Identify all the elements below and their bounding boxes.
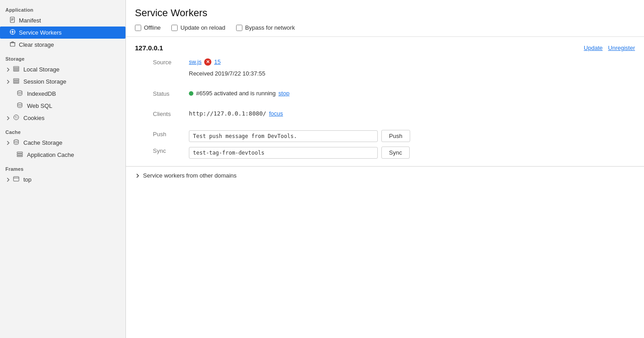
cookies-icon: [13, 114, 20, 122]
sidebar-item-manifest[interactable]: Manifest: [0, 14, 125, 27]
status-value: #6595 activated and is running stop: [189, 89, 635, 97]
sw-hostname: 127.0.0.1: [135, 44, 163, 52]
cookies-arrow: [5, 116, 11, 121]
clear-storage-label: Clear storage: [19, 41, 54, 48]
main-header: Service Workers Offline Update on reload…: [126, 0, 644, 37]
received-label: [153, 70, 189, 77]
bypass-for-network-checkbox[interactable]: [236, 25, 242, 31]
svg-rect-19: [13, 80, 19, 82]
svg-rect-15: [13, 67, 19, 68]
session-storage-label: Session Storage: [23, 78, 66, 85]
sidebar-item-session-storage[interactable]: Session Storage: [0, 76, 125, 88]
svg-rect-31: [17, 156, 22, 157]
sw-detail-grid: Source sw.js ✕ 15 Received 2019/7/22 10:…: [153, 58, 635, 159]
push-label: Push: [153, 130, 189, 142]
cache-storage-arrow: [5, 140, 11, 146]
other-domains-label: Service workers from other domains: [143, 172, 237, 179]
local-storage-icon: [13, 66, 20, 73]
sidebar-item-application-cache[interactable]: Application Cache: [0, 149, 125, 161]
sidebar-item-indexeddb[interactable]: IndexedDB: [0, 88, 125, 100]
sw-actions: Update Unregister: [584, 44, 635, 51]
unregister-link[interactable]: Unregister: [608, 44, 635, 51]
stop-link[interactable]: stop: [278, 90, 290, 97]
web-sql-icon: [16, 102, 23, 110]
cache-section-title: Cache: [0, 124, 125, 137]
clear-storage-icon: [9, 41, 16, 49]
svg-point-5: [12, 31, 13, 33]
sidebar-item-service-workers[interactable]: Service Workers: [0, 27, 125, 39]
received-value: Received 2019/7/22 10:37:55: [189, 70, 635, 77]
sync-label: Sync: [153, 147, 189, 159]
frames-section-title: Frames: [0, 161, 125, 173]
clients-url: http://127.0.0.1:8080/: [189, 110, 266, 117]
sidebar-item-cookies[interactable]: Cookies: [0, 112, 125, 124]
indexeddb-icon: [16, 90, 23, 98]
push-input[interactable]: [189, 130, 378, 142]
sidebar-item-clear-storage[interactable]: Clear storage: [0, 39, 125, 51]
other-domains-row[interactable]: Service workers from other domains: [126, 166, 644, 184]
error-badge: ✕: [204, 58, 211, 66]
offline-checkbox-label[interactable]: Offline: [135, 24, 161, 31]
offline-label: Offline: [144, 24, 161, 31]
indexeddb-label: IndexedDB: [27, 90, 56, 97]
svg-rect-18: [13, 79, 19, 80]
sw-hostname-row: 127.0.0.1 Update Unregister: [135, 44, 635, 52]
svg-point-25: [17, 116, 18, 117]
update-link[interactable]: Update: [584, 44, 603, 51]
sidebar-item-web-sql[interactable]: Web SQL: [0, 100, 125, 112]
sidebar-item-cache-storage[interactable]: Cache Storage: [0, 137, 125, 149]
svg-rect-30: [17, 154, 22, 155]
application-cache-label: Application Cache: [27, 151, 74, 158]
received-text: Received 2019/7/22 10:37:55: [189, 70, 265, 77]
manifest-label: Manifest: [19, 17, 41, 24]
bypass-for-network-checkbox-label[interactable]: Bypass for network: [236, 24, 295, 31]
page-title: Service Workers: [135, 7, 635, 19]
push-value: Push: [189, 130, 635, 142]
checkboxes-row: Offline Update on reload Bypass for netw…: [135, 24, 635, 31]
update-on-reload-checkbox[interactable]: [171, 25, 178, 31]
cache-storage-label: Cache Storage: [23, 139, 63, 146]
svg-point-23: [14, 115, 19, 120]
service-worker-entry: 127.0.0.1 Update Unregister Source sw.js…: [126, 37, 644, 166]
status-label: Status: [153, 89, 189, 97]
sync-value: Sync: [189, 147, 635, 159]
svg-point-27: [17, 117, 18, 118]
error-count-link[interactable]: 15: [214, 58, 220, 65]
web-sql-label: Web SQL: [27, 102, 52, 109]
session-storage-arrow: [5, 79, 11, 84]
status-dot: [189, 91, 193, 96]
svg-rect-29: [17, 152, 22, 153]
cache-storage-icon: [13, 139, 20, 147]
top-label: top: [23, 176, 31, 183]
svg-rect-17: [13, 70, 19, 71]
sidebar: Application Manifest Service Workers: [0, 0, 126, 338]
session-storage-icon: [13, 78, 20, 85]
update-on-reload-checkbox-label[interactable]: Update on reload: [171, 24, 225, 31]
focus-link[interactable]: focus: [269, 110, 283, 117]
status-text: #6595 activated and is running: [196, 90, 276, 97]
other-domains-arrow: [135, 173, 140, 178]
offline-checkbox[interactable]: [135, 25, 141, 31]
push-button[interactable]: Push: [381, 130, 410, 142]
svg-rect-32: [13, 177, 19, 181]
svg-point-22: [18, 103, 22, 105]
cookies-label: Cookies: [23, 115, 45, 121]
local-storage-arrow: [5, 67, 11, 72]
update-on-reload-label: Update on reload: [180, 24, 225, 31]
source-value: sw.js ✕ 15: [189, 58, 635, 66]
svg-point-21: [18, 91, 22, 93]
clients-value: http://127.0.0.1:8080/ focus: [189, 110, 635, 117]
svg-point-24: [15, 116, 16, 117]
manifest-icon: [9, 17, 16, 24]
storage-section-title: Storage: [0, 51, 125, 63]
application-cache-icon: [16, 151, 23, 159]
sync-input[interactable]: [189, 147, 378, 159]
svg-point-28: [14, 140, 18, 142]
local-storage-label: Local Storage: [23, 66, 59, 73]
sidebar-item-top[interactable]: top: [0, 173, 125, 186]
service-workers-icon: [9, 29, 16, 36]
sync-button[interactable]: Sync: [381, 147, 410, 159]
bypass-for-network-label: Bypass for network: [245, 24, 295, 31]
source-file-link[interactable]: sw.js: [189, 58, 201, 65]
sidebar-item-local-storage[interactable]: Local Storage: [0, 63, 125, 76]
